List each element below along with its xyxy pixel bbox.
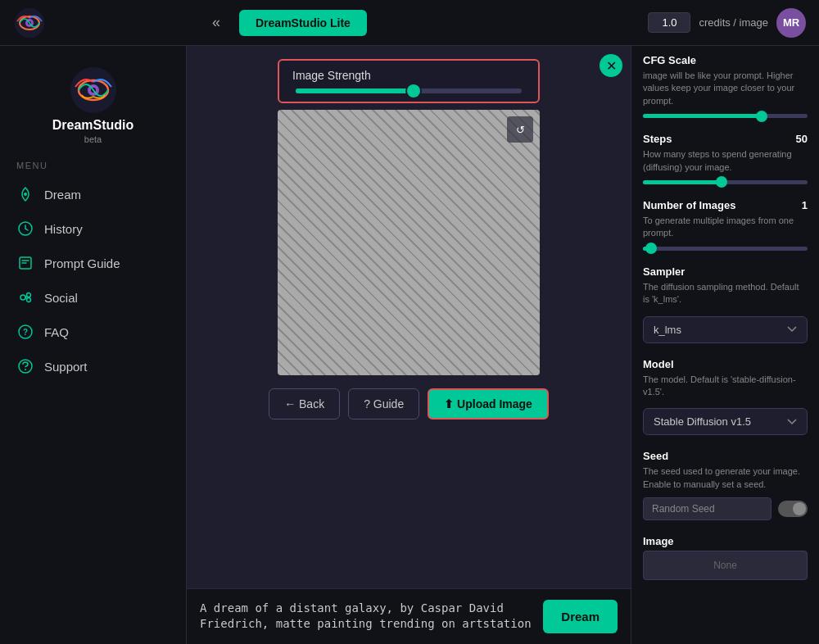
sidebar-item-faq[interactable]: ? FAQ [0,315,186,349]
num-images-desc: To generate multiple images from one pro… [643,215,808,240]
model-desc: The model. Default is 'stable-diffusion-… [643,374,808,399]
social-icon [16,288,34,306]
steps-title-row: Steps 50 [643,133,808,145]
guide-button[interactable]: ? Guide [348,388,419,420]
svg-text:?: ? [23,328,28,337]
sidebar-logo-icon [69,66,118,115]
cfg-scale-slider-track[interactable] [643,114,808,118]
sidebar-logo-section: DreamStudio beta [0,59,186,161]
sidebar-item-dream[interactable]: Dream [0,177,186,211]
cfg-scale-section: CFG Scale image will be like your prompt… [643,54,808,118]
upload-image-button[interactable]: ⬆ Upload Image [428,388,549,420]
steps-slider-thumb[interactable] [716,176,727,188]
steps-slider-track[interactable] [643,180,808,184]
credits-area: credits / image MR [648,8,806,38]
steps-desc: How many steps to spend generating (diff… [643,148,808,174]
sidebar-item-social[interactable]: Social [0,280,186,315]
steps-title: Steps [643,133,672,145]
model-title-row: Model [643,358,808,370]
svg-point-8 [24,193,27,196]
sampler-desc: The diffusion sampling method. Default i… [643,281,808,306]
steps-value: 50 [796,133,808,145]
num-images-slider-thumb[interactable] [645,243,657,254]
collapse-sidebar-button[interactable]: « [203,10,229,36]
logo-area [13,7,193,39]
sidebar-beta-label: beta [84,134,102,144]
seed-desc: The seed used to generate your image. En… [643,465,808,491]
cfg-scale-title-row: CFG Scale [643,54,808,66]
sidebar-item-faq-label: FAQ [44,325,69,339]
image-section: Image None [643,535,808,580]
logo-icon [13,7,46,39]
model-select[interactable]: Stable Diffusion v1.5 Stable Diffusion v… [643,408,808,435]
image-panel-title: Image [643,535,674,547]
seed-toggle-row: Random Seed [643,497,808,520]
prompt-guide-icon [16,254,34,272]
sampler-title: Sampler [643,265,685,278]
sidebar-item-support[interactable]: Support [0,349,186,383]
cfg-scale-slider-thumb[interactable] [756,111,767,122]
seed-toggle-switch[interactable] [778,501,808,517]
num-images-value: 1 [802,199,808,211]
image-title-row: Image [643,535,808,547]
seed-title-row: Seed [643,450,808,462]
prompt-bar: Dream [187,588,631,644]
back-button[interactable]: ← Back [269,388,340,420]
num-images-title: Number of Images [643,199,735,211]
model-section: Model The model. Default is 'stable-diff… [643,358,808,436]
support-icon [16,357,34,375]
sidebar-item-social-label: Social [44,291,78,305]
seed-toggle-knob [793,502,806,515]
sampler-title-row: Sampler [643,265,808,278]
history-icon [16,220,34,238]
sidebar-item-support-label: Support [44,360,88,374]
sidebar-item-dream-label: Dream [44,188,81,202]
image-strength-container: Image Strength [278,59,540,103]
sidebar: DreamStudio beta MENU Dream History Prom… [0,46,187,644]
svg-point-11 [20,295,25,300]
faq-icon: ? [16,323,34,341]
top-bar: « DreamStudio Lite credits / image MR [0,0,819,46]
num-images-slider-track[interactable] [643,247,808,251]
avatar[interactable]: MR [776,8,806,38]
right-panel: CFG Scale image will be like your prompt… [631,46,819,644]
center-content: ✕ Image Strength ↺ ← Back ? Guide [187,46,631,588]
steps-slider-fill [643,180,722,184]
sampler-select[interactable]: k_lms k_euler k_euler_a ddim [643,316,808,343]
sidebar-item-history-label: History [44,222,83,236]
model-title: Model [643,358,674,370]
seed-input[interactable]: Random Seed [643,497,771,520]
sidebar-app-name: DreamStudio [52,118,134,133]
cfg-scale-desc: image will be like your prompt. Higher v… [643,70,808,107]
image-strength-slider-track[interactable] [296,88,522,93]
num-images-title-row: Number of Images 1 [643,199,808,211]
close-icon: ✕ [606,58,617,74]
image-none-box: None [643,551,808,580]
credits-value-input[interactable] [648,12,690,33]
dream-button[interactable]: Dream [543,600,618,633]
reload-icon: ↺ [516,124,525,136]
image-strength-slider-thumb[interactable] [407,84,420,98]
image-strength-label: Image Strength [292,69,525,82]
sidebar-item-prompt-guide[interactable]: Prompt Guide [0,246,186,280]
seed-title: Seed [643,450,668,462]
sidebar-item-history[interactable]: History [0,211,186,246]
dreamstudio-lite-tab[interactable]: DreamStudio Lite [239,10,367,36]
image-preview-area: ↺ [278,110,540,375]
dream-icon [16,185,34,203]
reload-button[interactable]: ↺ [507,116,533,143]
seed-section: Seed The seed used to generate your imag… [643,450,808,520]
sampler-section: Sampler The diffusion sampling method. D… [643,265,808,343]
image-strength-slider-fill [296,88,414,93]
svg-point-17 [25,369,26,370]
num-images-section: Number of Images 1 To generate multiple … [643,199,808,251]
menu-label: MENU [0,161,186,177]
close-button[interactable]: ✕ [600,54,622,77]
sidebar-item-prompt-guide-label: Prompt Guide [44,256,120,270]
steps-section: Steps 50 How many steps to spend generat… [643,133,808,184]
cfg-scale-title: CFG Scale [643,54,696,66]
prompt-input[interactable] [200,601,533,633]
cfg-scale-slider-fill [643,114,762,118]
main-layout: DreamStudio beta MENU Dream History Prom… [0,46,819,644]
credits-label: credits / image [699,16,768,29]
